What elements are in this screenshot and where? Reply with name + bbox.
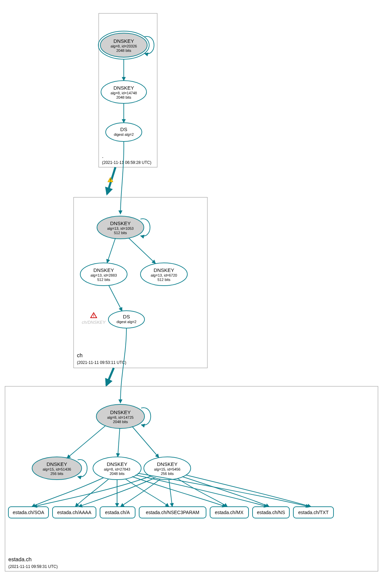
svg-text:!: ! (110, 178, 111, 182)
svg-text:512 bits: 512 bits (97, 278, 110, 282)
svg-text:256 bits: 256 bits (51, 472, 64, 476)
edge-est-ksk-k15b (132, 426, 159, 458)
svg-text:2048 bits: 2048 bits (113, 420, 128, 424)
edge-ch-zsk1-ds (109, 285, 122, 311)
zone-root-name: . (102, 153, 103, 159)
svg-text:!: ! (93, 314, 94, 318)
rrset-soa: estada.ch/SOA (8, 507, 49, 518)
edge-ch-ksk-zsk2 (129, 238, 156, 264)
svg-text:estada.ch/MX: estada.ch/MX (215, 510, 244, 515)
node-est-k8: DNSKEY alg=8, id=27843 2048 bits (93, 457, 141, 480)
svg-point-10 (106, 123, 142, 141)
ch-dnskey-warn-label: ch/DNSKEY (82, 320, 106, 325)
svg-text:alg=8, id=27843: alg=8, id=27843 (104, 467, 130, 471)
node-root-zsk: DNSKEY alg=8, id=14748 2048 bits (101, 81, 147, 103)
svg-text:estada.ch/AAAA: estada.ch/AAAA (57, 510, 92, 515)
zone-root: . (2021-11-11 06:59:28 UTC) DNSKEY alg=8… (98, 13, 157, 167)
error-icon: ! (91, 313, 97, 318)
edge-ch-ds-est-ksk (120, 328, 126, 403)
node-est-k15a: DNSKEY alg=15, id=51436 256 bits (32, 457, 87, 480)
svg-text:DNSKEY: DNSKEY (113, 38, 134, 44)
svg-text:estada.ch/NS: estada.ch/NS (257, 510, 285, 515)
edge-root-ds-ch-ksk (120, 141, 124, 214)
edge-est-ksk-k15a (67, 426, 105, 458)
svg-text:DNSKEY: DNSKEY (110, 409, 131, 415)
svg-text:2048 bits: 2048 bits (110, 472, 125, 476)
svg-point-27 (108, 311, 145, 328)
rrset-ns: estada.ch/NS (253, 507, 289, 518)
svg-text:DS: DS (120, 126, 127, 132)
node-est-k15b: DNSKEY alg=15, id=5456 256 bits (144, 457, 191, 480)
svg-text:digest alg=2: digest alg=2 (114, 132, 134, 136)
svg-text:alg=13, id=2883: alg=13, id=2883 (91, 273, 117, 277)
node-root-ksk: DNSKEY alg=8, id=20326 2048 bits (98, 31, 154, 59)
svg-text:512 bits: 512 bits (158, 278, 171, 282)
zone-est-ts: (2021-11-11 09:59:31 UTC) (8, 564, 58, 569)
rrset-a: estada.ch/A (100, 507, 135, 518)
svg-text:alg=8, id=14725: alg=8, id=14725 (107, 415, 134, 419)
zone-est-name: estada.ch (8, 557, 31, 562)
svg-text:256 bits: 256 bits (161, 472, 174, 476)
zone-ch: ch (2021-11-11 09:53:11 UTC) DNSKEY alg=… (74, 197, 207, 368)
rrset-nsec3: estada.ch/NSEC3PARAM (139, 507, 206, 518)
svg-text:2048 bits: 2048 bits (116, 95, 131, 99)
svg-text:alg=13, id=1053: alg=13, id=1053 (107, 226, 134, 230)
svg-text:DNSKEY: DNSKEY (110, 220, 131, 226)
svg-text:alg=15, id=51436: alg=15, id=51436 (42, 467, 71, 471)
zone-ch-ts: (2021-11-11 09:53:11 UTC) (77, 360, 126, 365)
svg-text:digest alg=2: digest alg=2 (116, 320, 136, 324)
svg-text:estada.ch/TXT: estada.ch/TXT (298, 510, 328, 515)
delegation-ch-estada (106, 368, 114, 385)
svg-text:estada.ch/A: estada.ch/A (105, 510, 130, 515)
svg-text:alg=15, id=5456: alg=15, id=5456 (154, 467, 181, 471)
rrset-mx: estada.ch/MX (210, 507, 249, 518)
node-ch-ksk: DNSKEY alg=13, id=1053 512 bits (97, 216, 150, 239)
node-ch-ds: DS digest alg=2 (108, 311, 145, 328)
svg-text:DNSKEY: DNSKEY (93, 267, 114, 273)
svg-text:alg=8, id=14748: alg=8, id=14748 (111, 91, 137, 95)
rrset-aaaa: estada.ch/AAAA (53, 507, 96, 518)
svg-text:alg=8, id=20326: alg=8, id=20326 (111, 44, 137, 48)
node-ch-zsk1: DNSKEY alg=13, id=2883 512 bits (80, 263, 127, 286)
svg-text:512 bits: 512 bits (114, 231, 127, 235)
svg-text:DS: DS (123, 314, 130, 319)
svg-text:2048 bits: 2048 bits (116, 48, 131, 53)
svg-text:DNSKEY: DNSKEY (113, 85, 134, 91)
svg-text:DNSKEY: DNSKEY (154, 267, 174, 273)
dnssec-graph: . (2021-11-11 06:59:28 UTC) DNSKEY alg=8… (0, 0, 383, 588)
svg-text:DNSKEY: DNSKEY (107, 461, 127, 467)
zone-ch-name: ch (77, 353, 83, 358)
edge-est-ksk-k8 (118, 428, 120, 457)
node-est-ksk: DNSKEY alg=8, id=14725 2048 bits (96, 404, 151, 428)
edge-ch-ksk-zsk1 (107, 238, 115, 263)
svg-text:alg=13, id=6720: alg=13, id=6720 (151, 273, 177, 277)
svg-text:DNSKEY: DNSKEY (157, 461, 178, 467)
node-ch-zsk2: DNSKEY alg=13, id=6720 512 bits (140, 263, 187, 286)
svg-text:estada.ch/NSEC3PARAM: estada.ch/NSEC3PARAM (146, 510, 199, 515)
rrset-txt: estada.ch/TXT (293, 507, 333, 518)
zone-root-ts: (2021-11-11 06:59:28 UTC) (102, 160, 151, 165)
zone-estada: estada.ch (2021-11-11 09:59:31 UTC) DNSK… (5, 386, 378, 571)
svg-text:DNSKEY: DNSKEY (46, 461, 67, 467)
svg-text:estada.ch/SOA: estada.ch/SOA (13, 510, 44, 515)
node-root-ds: DS digest alg=2 (106, 123, 142, 141)
